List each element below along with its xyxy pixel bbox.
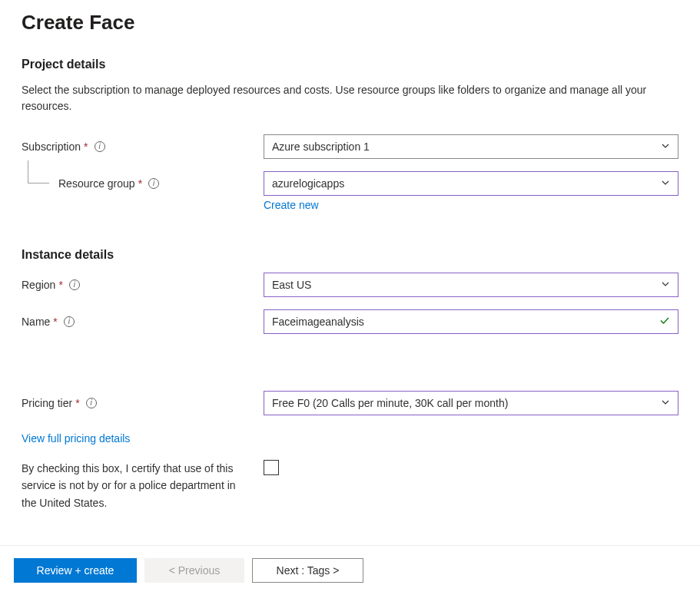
certify-row: By checking this box, I certify that use… (22, 460, 678, 511)
required-marker: * (84, 140, 88, 153)
create-new-link[interactable]: Create new (264, 199, 319, 211)
name-label: Name * i (22, 316, 264, 328)
pricing-tier-label: Pricing tier * i (22, 397, 264, 409)
create-new-row: Create new (22, 199, 678, 211)
region-select[interactable]: East US (264, 273, 678, 297)
resource-group-select[interactable]: azurelogicapps (264, 171, 678, 196)
chevron-down-icon (661, 397, 670, 409)
view-pricing-details-link[interactable]: View full pricing details (22, 432, 130, 445)
name-input[interactable] (272, 316, 653, 328)
next-tags-button[interactable]: Next : Tags > (252, 558, 363, 583)
chevron-down-icon (661, 279, 670, 291)
chevron-down-icon (661, 177, 670, 190)
project-details-heading: Project details (22, 58, 678, 71)
certify-checkbox[interactable] (264, 460, 279, 475)
name-input-wrapper (264, 309, 678, 334)
tree-connector (28, 160, 49, 183)
checkmark-icon (659, 316, 670, 329)
required-marker: * (138, 177, 142, 190)
region-label: Region * i (22, 279, 264, 291)
info-icon[interactable]: i (86, 398, 97, 408)
pricing-tier-select[interactable]: Free F0 (20 Calls per minute, 30K call p… (264, 391, 678, 415)
project-details-description: Select the subscription to manage deploy… (22, 82, 675, 114)
name-row: Name * i (22, 309, 678, 334)
review-create-button[interactable]: Review + create (14, 558, 137, 583)
info-icon[interactable]: i (64, 316, 75, 327)
subscription-select[interactable]: Azure subscription 1 (264, 134, 678, 159)
subscription-label: Subscription * i (22, 140, 264, 153)
required-marker: * (75, 397, 79, 409)
required-marker: * (58, 279, 62, 291)
form-content: Project details Select the subscription … (0, 35, 700, 511)
info-icon[interactable]: i (69, 279, 80, 290)
previous-button: < Previous (144, 558, 244, 583)
subscription-row: Subscription * i Azure subscription 1 (22, 134, 678, 159)
certify-label: By checking this box, I certify that use… (22, 460, 264, 511)
required-marker: * (53, 316, 57, 328)
info-icon[interactable]: i (95, 141, 105, 152)
pricing-tier-row: Pricing tier * i Free F0 (20 Calls per m… (22, 391, 678, 415)
instance-details-heading: Instance details (22, 248, 678, 262)
resource-group-row: Resource group * i azurelogicapps (22, 171, 678, 196)
info-icon[interactable]: i (148, 178, 159, 189)
page-title: Create Face (0, 0, 700, 35)
pricing-details-row: View full pricing details (22, 432, 678, 445)
region-row: Region * i East US (22, 273, 678, 297)
footer-bar: Review + create < Previous Next : Tags > (0, 545, 700, 595)
chevron-down-icon (661, 140, 670, 153)
resource-group-label: Resource group * i (58, 177, 264, 190)
